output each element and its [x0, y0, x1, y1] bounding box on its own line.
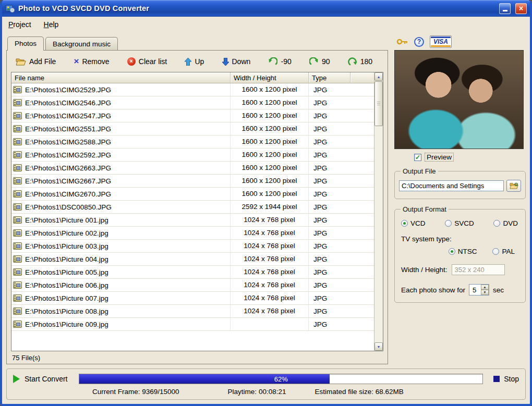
rotate-90-button[interactable]: 90: [307, 56, 333, 67]
rotate-minus-90-button[interactable]: -90: [265, 56, 294, 67]
browse-button[interactable]: [506, 180, 521, 192]
file-type: JPG: [309, 190, 350, 198]
minimize-icon: [503, 10, 507, 11]
file-row[interactable]: E:\Photos1\CIMG2551.JPG 1600 x 1200 pixe…: [11, 122, 374, 136]
file-row[interactable]: E:\Photos1\Picture 008.jpg 1024 x 768 pi…: [11, 305, 374, 318]
help-button[interactable]: ?: [414, 37, 424, 47]
file-row[interactable]: E:\Photos1\Picture 005.jpg 1024 x 768 pi…: [11, 266, 374, 279]
radio-dvd-circle[interactable]: [493, 220, 500, 227]
file-row[interactable]: E:\Photos1\Picture 009.jpg JPG: [11, 318, 374, 331]
file-row[interactable]: E:\Photos1\Picture 006.jpg 1024 x 768 pi…: [11, 279, 374, 292]
spinner-down-button[interactable]: ▼: [481, 290, 489, 295]
clear-list-button[interactable]: × Clear list: [125, 56, 170, 67]
radio-dvd[interactable]: DVD: [493, 219, 518, 227]
file-name-cell: E:\Photos1\Picture 001.jpg: [11, 214, 231, 226]
image-file-icon: [13, 203, 22, 211]
move-down-button[interactable]: Down: [220, 56, 253, 67]
progress-percent: 62%: [79, 374, 482, 384]
file-row[interactable]: E:\Photos1\Picture 002.jpg 1024 x 768 pi…: [11, 227, 374, 240]
file-row[interactable]: E:\Photos1\Picture 004.jpg 1024 x 768 pi…: [11, 253, 374, 266]
file-row[interactable]: E:\Photos1\Picture 001.jpg 1024 x 768 pi…: [11, 214, 374, 227]
rotate-minus-90-label: -90: [281, 57, 291, 66]
radio-vcd-circle[interactable]: [401, 220, 408, 227]
remove-icon: ×: [74, 58, 79, 65]
photo-duration-row: Each photo show for 5 ▲ ▼ sec: [401, 284, 521, 296]
file-list-inner: File name Width / Height Type E:\Photos1…: [11, 72, 374, 351]
photo-duration-spinner[interactable]: 5 ▲ ▼: [469, 284, 489, 296]
move-up-label: Up: [195, 57, 204, 66]
file-row[interactable]: E:\Photos1\CIMG2588.JPG 1600 x 1200 pixe…: [11, 136, 374, 149]
right-icons-row: ? VISA: [394, 35, 526, 50]
output-file-input[interactable]: [399, 180, 504, 191]
add-file-button[interactable]: Add File: [13, 56, 58, 67]
tv-system-row: NTSC PAL: [399, 243, 521, 256]
image-file-icon: [13, 190, 22, 198]
menu-item-help[interactable]: Help: [44, 20, 59, 29]
toolbar: Add File × Remove × Clear list: [11, 54, 383, 72]
file-name-cell: E:\Photos1\Picture 003.jpg: [11, 240, 231, 252]
file-row[interactable]: E:\Photos1\CIMG2670.JPG 1600 x 1200 pixe…: [11, 188, 374, 201]
radio-pal-circle[interactable]: [492, 248, 499, 255]
photo-duration-value[interactable]: 5: [469, 285, 481, 295]
minimize-button[interactable]: [499, 3, 511, 14]
width-height-input: [452, 264, 505, 275]
right-panel: ? VISA ✓ Preview Output File: [394, 35, 526, 364]
status-row: Current Frame: 9369/15000 Playtime: 00:0…: [13, 388, 519, 396]
tab-background-music[interactable]: Background music: [45, 37, 118, 50]
conversion-panel: Start Convert 62% Stop Current Frame: 93…: [6, 368, 526, 400]
file-row[interactable]: E:\Photos1\CIMG2546.JPG 1600 x 1200 pixe…: [11, 96, 374, 109]
scrollbar-thumb[interactable]: [374, 81, 383, 126]
column-header-file-name[interactable]: File name: [11, 72, 231, 83]
up-arrow-icon: [185, 58, 191, 66]
radio-ntsc[interactable]: NTSC: [449, 248, 477, 255]
file-size: 1600 x 1200 pixel: [231, 175, 309, 187]
rotate-180-button[interactable]: 180: [345, 56, 375, 67]
output-file-group: Output File: [394, 167, 526, 199]
radio-pal[interactable]: PAL: [492, 248, 515, 255]
file-name: E:\Photos1\Picture 009.jpg: [25, 321, 108, 328]
close-button[interactable]: ×: [515, 3, 527, 14]
register-key-button[interactable]: [396, 36, 408, 47]
tv-system-label: TV system type:: [401, 235, 521, 243]
radio-svcd-circle[interactable]: [445, 220, 452, 227]
stop-button[interactable]: Stop: [493, 375, 519, 383]
remove-label: Remove: [82, 57, 109, 66]
file-row[interactable]: E:\Photos1\Picture 003.jpg 1024 x 768 pi…: [11, 240, 374, 253]
image-file-icon: [13, 229, 22, 237]
preview-checkbox-box[interactable]: ✓: [414, 154, 421, 161]
file-row[interactable]: E:\Photos1\CIMG2547.JPG 1600 x 1200 pixe…: [11, 109, 374, 122]
add-file-folder-icon: [16, 58, 26, 66]
spinner-up-button[interactable]: ▲: [481, 285, 489, 290]
file-type: JPG: [309, 268, 350, 276]
file-name: E:\Photos1\CIMG2667.JPG: [25, 177, 111, 185]
image-file-icon: [13, 268, 22, 276]
file-type: JPG: [309, 307, 350, 315]
file-row[interactable]: E:\Photos1\CIMG2592.JPG 1600 x 1200 pixe…: [11, 149, 374, 162]
scroll-down-button[interactable]: ▼: [374, 342, 383, 351]
radio-ntsc-circle[interactable]: [449, 248, 455, 255]
file-row[interactable]: E:\Photos1\DSC00850.JPG 2592 x 1944 pixe…: [11, 201, 374, 214]
start-convert-label: Start Convert: [25, 375, 67, 383]
rotate-90-label: 90: [322, 57, 330, 66]
move-up-button[interactable]: Up: [182, 56, 207, 67]
column-header-width-height[interactable]: Width / Height: [231, 72, 309, 83]
file-name: E:\Photos1\Picture 008.jpg: [25, 307, 108, 315]
column-header-type[interactable]: Type: [309, 72, 350, 83]
file-row[interactable]: E:\Photos1\CIMG2529.JPG 1600 x 1200 pixe…: [11, 83, 374, 96]
file-row[interactable]: E:\Photos1\CIMG2667.JPG 1600 x 1200 pixe…: [11, 175, 374, 188]
file-row[interactable]: E:\Photos1\CIMG2663.JPG 1600 x 1200 pixe…: [11, 162, 374, 175]
preview-checkbox[interactable]: ✓ Preview: [414, 153, 526, 161]
radio-svcd[interactable]: SVCD: [445, 219, 474, 227]
start-convert-button[interactable]: Start Convert: [13, 375, 67, 383]
scroll-up-button[interactable]: ▲: [374, 72, 383, 81]
file-name: E:\Photos1\CIMG2529.JPG: [25, 86, 111, 94]
file-row[interactable]: E:\Photos1\Picture 007.jpg 1024 x 768 pi…: [11, 292, 374, 305]
radio-ntsc-label: NTSC: [458, 248, 477, 255]
radio-vcd[interactable]: VCD: [401, 219, 426, 227]
check-icon: ✓: [415, 154, 420, 161]
remove-button[interactable]: × Remove: [71, 56, 112, 67]
menu-item-project[interactable]: Project: [8, 20, 31, 29]
visa-badge[interactable]: VISA: [430, 35, 452, 48]
tab-photos[interactable]: Photos: [7, 36, 44, 51]
vertical-scrollbar[interactable]: ▲ ▼: [374, 72, 383, 351]
